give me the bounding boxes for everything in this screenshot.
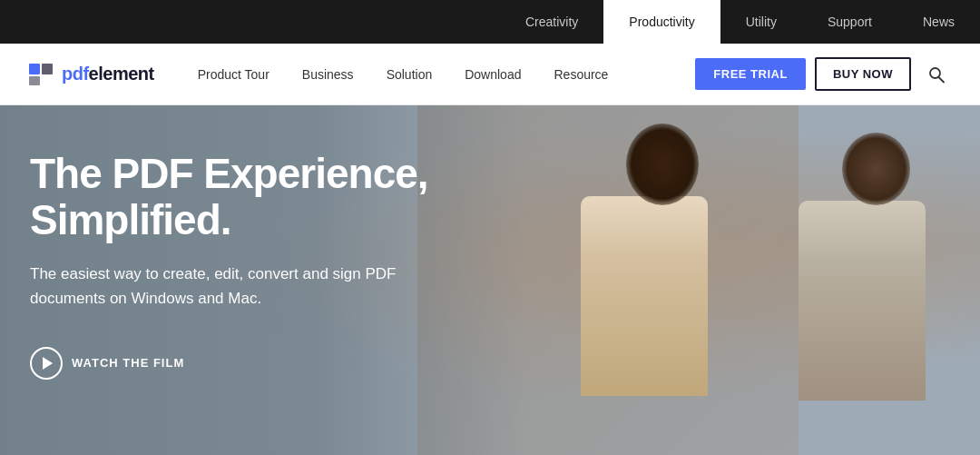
svg-rect-0	[29, 64, 40, 74]
secondary-nav-links: Product Tour Business Solution Download …	[181, 44, 696, 105]
secondary-nav: pdfelement Product Tour Business Solutio…	[0, 44, 980, 105]
hero-section: The PDF Experience, Simplified. The easi…	[0, 105, 980, 455]
search-button[interactable]	[920, 58, 953, 91]
watch-film-link[interactable]: WATCH THE FILM	[30, 347, 544, 380]
hero-person-2	[771, 133, 953, 455]
nav-link-download[interactable]: Download	[448, 44, 537, 105]
hero-subtitle: The easiest way to create, edit, convert…	[30, 262, 447, 311]
top-nav-item-utility[interactable]: Utility	[720, 0, 802, 44]
top-nav-item-news[interactable]: News	[897, 0, 980, 44]
buy-now-button[interactable]: BUY NOW	[815, 57, 911, 91]
hero-content: The PDF Experience, Simplified. The easi…	[0, 105, 544, 380]
svg-rect-1	[42, 64, 53, 74]
svg-rect-2	[29, 76, 40, 85]
top-nav-item-support[interactable]: Support	[802, 0, 897, 44]
search-icon	[927, 65, 946, 84]
nav-link-solution[interactable]: Solution	[370, 44, 449, 105]
hero-title: The PDF Experience, Simplified.	[30, 151, 544, 242]
top-nav-item-productivity[interactable]: Productivity	[603, 0, 720, 44]
play-triangle-icon	[43, 357, 53, 370]
watch-film-label: WATCH THE FILM	[72, 356, 184, 370]
top-nav-item-creativity[interactable]: Creativity	[500, 0, 603, 44]
nav-link-product-tour[interactable]: Product Tour	[181, 44, 286, 105]
logo-text: pdfelement	[62, 64, 154, 84]
nav-actions: FREE TRIAL BUY NOW	[695, 57, 953, 91]
logo-icon	[27, 60, 56, 89]
nav-link-business[interactable]: Business	[286, 44, 370, 105]
logo[interactable]: pdfelement	[27, 60, 154, 89]
play-circle-icon	[30, 347, 63, 380]
nav-link-resource[interactable]: Resource	[537, 44, 624, 105]
svg-line-4	[939, 77, 945, 83]
hero-person-1	[554, 124, 735, 455]
free-trial-button[interactable]: FREE TRIAL	[695, 58, 806, 90]
top-nav: Creativity Productivity Utility Support …	[0, 0, 980, 44]
